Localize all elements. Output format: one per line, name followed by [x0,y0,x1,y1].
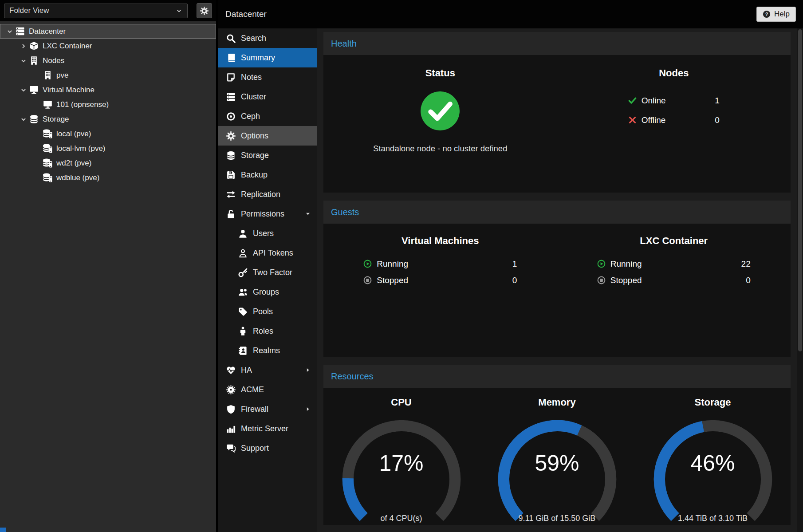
server-icon [226,92,236,102]
view-mode-select[interactable]: Folder View [4,4,188,18]
help-button[interactable]: ? Help [756,7,796,22]
gear-icon [200,7,209,15]
menu-item-groups[interactable]: Groups [218,282,317,302]
menu-item-options[interactable]: Options [218,126,317,146]
content-topbar: Datacenter ? Help [218,0,803,28]
menu-item-two-factor[interactable]: Two Factor [218,263,317,282]
menu-item-label: HA [241,366,252,375]
collapse-caret-icon[interactable] [18,57,28,64]
menu-item-metric-server[interactable]: Metric Server [218,419,317,438]
collapse-caret-icon[interactable] [18,115,28,123]
health-panel: Health Status Standalone node - no clust… [323,32,791,193]
collapse-caret-icon[interactable] [18,86,28,94]
lxc-stopped-label: Stopped [610,276,642,285]
gauge-caption: 1.44 TiB of 3.10 TiB [648,514,778,523]
vm-running-count: 1 [512,259,517,269]
tree-item-virtual-machine[interactable]: Virtual Machine [0,83,216,97]
ceph-icon [226,112,236,121]
svg-text:?: ? [765,12,768,17]
offline-label: Offline [642,115,666,125]
tree-item-local-lvm-pve[interactable]: local-lvm (pve) [0,141,216,156]
guests-body: Virtual Machines Running 1 Stopped [323,224,791,357]
menu-item-search[interactable]: Search [218,28,317,48]
menu-item-ha[interactable]: HA [218,360,317,380]
nodes-heading: Nodes [659,67,689,79]
menu-item-label: Users [253,229,274,238]
lxc-rows: Running 22 Stopped 0 [597,257,751,287]
menu-item-roles[interactable]: Roles [218,321,317,341]
menu-item-label: Roles [253,327,273,336]
menu-item-users[interactable]: Users [218,224,317,243]
menu-item-pools[interactable]: Pools [218,302,317,321]
comments-icon [226,444,236,453]
expand-right-icon [305,367,311,373]
menu-item-support[interactable]: Support [218,438,317,458]
menu-item-acme[interactable]: ACME [218,380,317,399]
menu-item-firewall[interactable]: Firewall [218,399,317,419]
menu-item-cluster[interactable]: Cluster [218,87,317,106]
menu-item-label: Ceph [241,112,260,121]
gauge-dial: 46%1.44 TiB of 3.10 TiB [648,414,778,525]
gauge-dial: 17%of 4 CPU(s) [337,414,466,525]
book-icon [226,53,236,63]
stop-circle-icon [363,276,372,284]
menu-item-summary[interactable]: Summary [218,48,317,67]
tree-item-nodes[interactable]: Nodes [0,53,216,68]
guests-panel: Guests Virtual Machines Running 1 [323,201,791,357]
tree-item-storage[interactable]: Storage [0,112,216,126]
tree-item-wdblue-pve[interactable]: wdblue (pve) [0,170,216,185]
lxc-running-label: Running [610,259,642,269]
tree-item-label: Virtual Machine [43,86,94,95]
tree-item-pve[interactable]: pve [0,68,216,83]
caret-spacer [32,159,42,167]
desktop-icon [29,85,39,95]
search-icon [226,34,236,43]
db-drive-icon [43,129,52,138]
menu-item-notes[interactable]: Notes [218,67,317,87]
collapse-caret-icon[interactable] [4,28,15,35]
menu-item-ceph[interactable]: Ceph [218,106,317,126]
resource-tree-panel: Folder View DatacenterLXC ContainerNodes… [0,0,216,532]
menu-item-backup[interactable]: Backup [218,165,317,185]
scrollbar-thumb[interactable] [798,29,802,351]
guests-panel-title: Guests [331,207,359,217]
check-icon [628,96,637,105]
menu-item-label: Backup [241,170,268,180]
menu-item-api-tokens[interactable]: API Tokens [218,243,317,263]
content-scrollbar[interactable] [797,28,803,532]
tree-item-local-pve[interactable]: local (pve) [0,126,216,141]
user-icon [238,229,248,238]
lxc-stopped-row: Stopped 0 [597,274,751,287]
menu-item-permissions[interactable]: Permissions [218,204,317,224]
gauge-value: 46% [648,450,778,476]
database-icon [226,151,236,160]
menu-item-realms[interactable]: Realms [218,341,317,360]
tree-item-lxc-container[interactable]: LXC Container [0,39,216,53]
gauge-title: Storage [695,397,731,408]
floppy-icon [226,170,236,180]
play-circle-icon [363,260,372,268]
menu-item-replication[interactable]: Replication [218,185,317,204]
caret-spacer [32,101,42,108]
menu-item-label: Options [241,131,268,141]
question-circle-icon: ? [763,10,771,18]
health-panel-title: Health [331,39,357,49]
corner-accent [0,528,6,532]
menu-item-label: Realms [253,346,280,355]
stop-circle-icon [597,276,606,284]
expand-caret-icon[interactable] [18,42,28,50]
users-icon [238,288,248,297]
status-message: Standalone node - no cluster defined [373,144,507,154]
tree-item-wd2t-pve[interactable]: wd2t (pve) [0,156,216,170]
menu-item-label: Storage [241,151,269,160]
tree-item-label: wdblue (pve) [56,173,99,182]
tree-item-datacenter[interactable]: Datacenter [0,24,216,39]
main-region: Datacenter ? Help SearchSummaryNotesClus… [218,0,803,532]
offline-count: 0 [715,115,720,125]
menu-item-label: Firewall [241,405,268,414]
menu-item-storage[interactable]: Storage [218,146,317,165]
tree-item-101-opnsense[interactable]: 101 (opnsense) [0,97,216,112]
proxmox-datacenter-app: Folder View DatacenterLXC ContainerNodes… [0,0,803,532]
db-drive-icon [43,158,52,168]
tree-settings-button[interactable] [197,3,212,18]
